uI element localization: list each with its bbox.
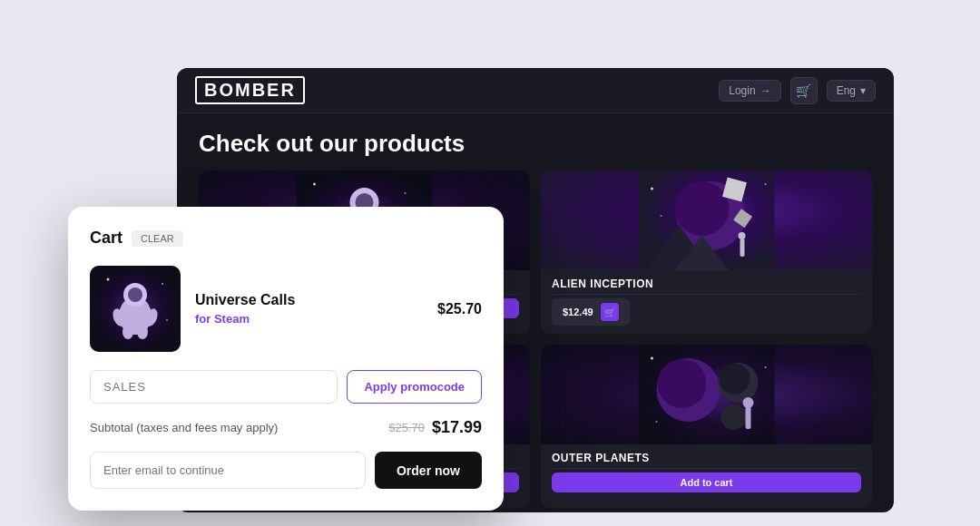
login-button[interactable]: Login → — [719, 80, 780, 102]
svg-point-40 — [721, 404, 747, 430]
svg-point-53 — [137, 325, 148, 339]
cart-item: Universe Calls for Steam $25.70 — [90, 266, 482, 352]
svg-point-55 — [162, 283, 163, 285]
logo: BOMBER — [195, 76, 305, 104]
outer-cart-button[interactable]: Add to cart — [552, 472, 861, 492]
cart-panel: Cart CLEAR — [68, 207, 504, 511]
language-label: Eng — [837, 84, 856, 97]
alien-price: $12.49 — [563, 307, 593, 317]
cart-header: Cart CLEAR — [90, 229, 482, 248]
svg-point-54 — [107, 278, 110, 281]
svg-point-14 — [675, 181, 730, 236]
svg-point-52 — [122, 325, 133, 339]
chevron-down-icon: ▾ — [860, 84, 866, 97]
language-selector[interactable]: Eng ▾ — [827, 80, 876, 102]
svg-point-23 — [661, 215, 662, 217]
promo-section: Apply promocode — [90, 370, 482, 404]
cart-add-icon: 🛒 — [601, 303, 619, 321]
cart-item-details: Universe Calls for Steam — [195, 292, 423, 326]
promo-input[interactable] — [90, 370, 338, 404]
product-name-alien: ALIEN INCEPTION — [552, 278, 861, 290]
original-price: $25.70 — [388, 421, 425, 434]
svg-point-21 — [651, 188, 653, 190]
subtotal-prices: $25.70 $17.99 — [388, 418, 482, 437]
cart-header-button[interactable]: 🛒 — [790, 77, 818, 104]
cart-header-icon: 🛒 — [796, 83, 811, 98]
product-action-alien: $12.49 🛒 — [552, 298, 861, 326]
order-now-button[interactable]: Order now — [375, 452, 482, 489]
divider — [552, 294, 861, 295]
product-image-outer — [541, 345, 872, 444]
svg-point-43 — [651, 357, 653, 360]
subtotal-label: Subtotal (taxes and fees may apply) — [90, 421, 278, 434]
svg-point-22 — [765, 183, 767, 185]
product-image-alien — [541, 170, 872, 270]
product-name-outer: OUTER PLANETS — [552, 452, 861, 464]
svg-point-39 — [720, 364, 750, 394]
cart-item-platform: for Steam — [195, 312, 423, 326]
product-card-alien-inception: ALIEN INCEPTION $12.49 🛒 — [541, 170, 872, 334]
apply-promo-button[interactable]: Apply promocode — [347, 370, 482, 404]
svg-point-45 — [656, 421, 658, 423]
svg-point-56 — [166, 319, 168, 321]
svg-point-44 — [765, 366, 767, 368]
login-icon: → — [760, 84, 771, 97]
cart-title: Cart — [90, 229, 122, 248]
subtotal-row: Subtotal (taxes and fees may apply) $25.… — [90, 418, 482, 437]
svg-point-42 — [743, 397, 754, 408]
login-label: Login — [729, 84, 755, 97]
order-section: Order now — [90, 452, 482, 489]
divider — [552, 468, 861, 469]
product-card-outer-planets: OUTER PLANETS Add to cart — [541, 345, 872, 508]
page-title: Check out our products — [177, 113, 894, 170]
header-controls: Login → 🛒 Eng ▾ — [719, 77, 876, 104]
cart-item-name: Universe Calls — [195, 292, 423, 308]
alien-price-button[interactable]: $12.49 🛒 — [552, 298, 630, 326]
svg-point-49 — [128, 287, 142, 302]
email-input[interactable] — [90, 452, 366, 489]
svg-point-9 — [405, 192, 407, 194]
cart-item-thumbnail — [90, 266, 181, 352]
svg-rect-19 — [740, 239, 745, 257]
clear-cart-button[interactable]: CLEAR — [132, 230, 183, 247]
product-info-outer: OUTER PLANETS Add to cart — [541, 444, 872, 500]
discounted-price: $17.99 — [432, 418, 482, 437]
svg-point-37 — [658, 359, 707, 408]
header: BOMBER Login → 🛒 Eng ▾ — [177, 68, 894, 113]
svg-point-8 — [313, 183, 316, 186]
product-info-alien: ALIEN INCEPTION $12.49 🛒 — [541, 270, 872, 333]
svg-point-20 — [739, 232, 746, 239]
svg-rect-41 — [746, 406, 751, 429]
cart-item-price: $25.70 — [437, 301, 482, 317]
